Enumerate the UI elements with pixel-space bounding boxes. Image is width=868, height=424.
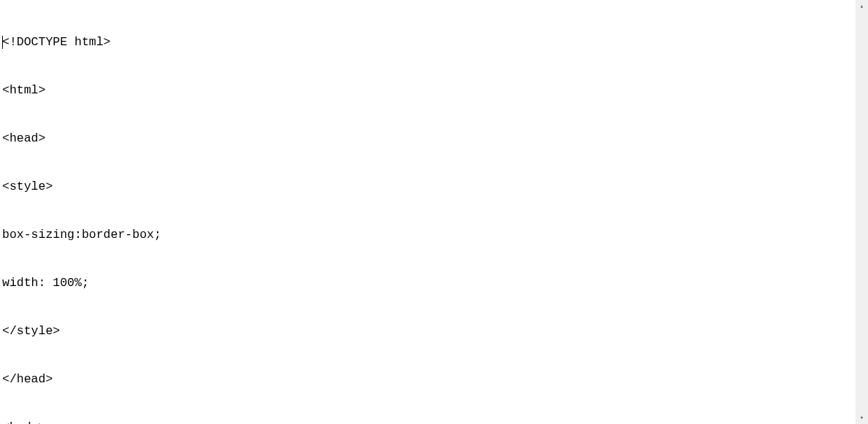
code-line: box-sizing:border-box;	[2, 227, 857, 243]
code-text: <!DOCTYPE html>	[2, 35, 111, 49]
scrollbar-arrow-up-icon[interactable]: ▴	[856, 0, 868, 12]
code-line: </style>	[2, 323, 857, 339]
vertical-scrollbar[interactable]	[856, 0, 868, 424]
code-editor[interactable]: <!DOCTYPE html> <html> <head> <style> bo…	[2, 2, 857, 422]
code-line: <style>	[2, 179, 857, 195]
code-line: <!DOCTYPE html>	[2, 34, 857, 50]
code-line: <html>	[2, 82, 857, 99]
code-line: width: 100%;	[2, 275, 857, 291]
code-line: </head>	[2, 371, 857, 388]
code-line: <head>	[2, 131, 857, 147]
scrollbar-arrow-down-icon[interactable]: ▾	[856, 412, 868, 424]
code-line: <body>	[2, 420, 857, 424]
